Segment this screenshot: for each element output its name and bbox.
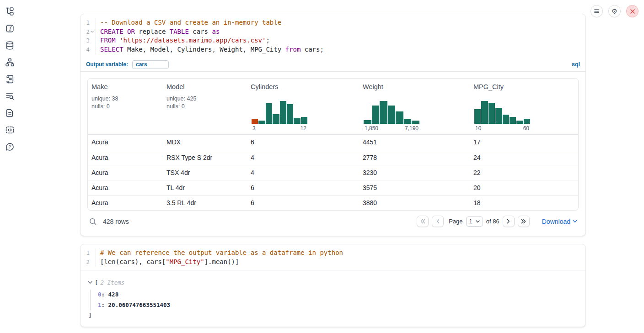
document-icon — [5, 108, 15, 118]
column-header-model[interactable]: Modelunique: 425nulls: 0 — [163, 79, 247, 134]
chevrons-left-icon — [420, 219, 426, 224]
function-icon: f — [5, 24, 15, 33]
list-search-icon — [5, 91, 15, 101]
histogram-bar — [273, 114, 279, 124]
sql-editor[interactable]: 1-- Download a CSV and create an in-memo… — [80, 14, 585, 58]
column-name: Cylinders — [251, 83, 355, 90]
code-line: 4SELECT Make, Model, Cylinders, Weight, … — [80, 45, 585, 54]
code-line: 1-- Download a CSV and create an in-memo… — [80, 18, 585, 27]
last-page-button[interactable] — [518, 216, 530, 227]
line-number: 1 — [86, 18, 90, 27]
table-footer: 428 rows Page 1 of 86 — [87, 215, 579, 228]
output-variable-input[interactable] — [132, 60, 169, 69]
token: cars; — [301, 46, 324, 53]
histogram-bar — [364, 120, 371, 124]
table-cell: 2778 — [359, 154, 470, 161]
page-select[interactable]: 1 — [466, 217, 483, 227]
table-cell: 3880 — [359, 199, 470, 206]
code-text: CREATE OR replace TABLE cars as — [96, 27, 220, 37]
language-badge[interactable]: sql — [572, 61, 580, 68]
histogram-bar — [481, 101, 488, 124]
first-page-button[interactable] — [417, 216, 429, 227]
tree-root[interactable]: [ 2 Items — [88, 279, 578, 286]
settings-button[interactable]: ⚙ — [608, 5, 621, 17]
fold-chevron-icon[interactable] — [90, 30, 95, 34]
sidebar-item-file-explorer[interactable] — [5, 6, 15, 16]
sidebar-item-scratchpad[interactable] — [5, 74, 15, 84]
histogram-bar — [495, 108, 502, 124]
column-stat: nulls: 0 — [166, 103, 243, 110]
code-text: SELECT Make, Model, Cylinders, Weight, M… — [96, 45, 324, 54]
column-header-make[interactable]: Makeunique: 38nulls: 0 — [88, 79, 163, 134]
close-button[interactable] — [626, 5, 639, 17]
code-text: FROM 'https://datasets.marimo.app/cars.c… — [96, 36, 270, 45]
table-row[interactable]: AcuraMDX6445117 — [88, 135, 578, 150]
menu-button[interactable] — [590, 5, 603, 17]
python-cell: 1# We can reference the output variable … — [80, 244, 586, 327]
next-page-button[interactable] — [503, 216, 515, 227]
download-label: Download — [542, 218, 570, 225]
column-header-mpg_city[interactable]: MPG_City1060 — [470, 79, 578, 134]
sidebar-item-datasources[interactable] — [5, 40, 15, 50]
page-select-value: 1 — [469, 218, 472, 225]
python-editor[interactable]: 1# We can reference the output variable … — [80, 244, 585, 270]
table-body: AcuraMDX6445117AcuraRSX Type S 2dr427782… — [88, 135, 578, 210]
table-cell: 6 — [247, 138, 359, 146]
histogram-bars — [364, 101, 419, 124]
search-icon — [89, 217, 97, 226]
prev-page-button[interactable] — [432, 216, 444, 227]
table-row[interactable]: AcuraRSX Type S 2dr4277824 — [88, 150, 578, 165]
gear-icon: ⚙ — [612, 7, 617, 16]
histogram-bar — [287, 104, 293, 124]
column-header-cylinders[interactable]: Cylinders312 — [247, 79, 359, 134]
table-row[interactable]: AcuraTSX 4dr4323022 — [88, 165, 578, 180]
token — [123, 28, 127, 35]
histogram-bar — [524, 119, 530, 124]
line-number: 2 — [86, 27, 90, 37]
code-text: [len(cars), cars["MPG_City"].mean()] — [96, 258, 239, 267]
network-icon — [5, 58, 15, 67]
table-row[interactable]: Acura3.5 RL 4dr6388018 — [88, 195, 578, 210]
token: as — [212, 28, 220, 35]
code-line: 2[len(cars), cars["MPG_City"].mean()] — [80, 258, 585, 267]
sidebar-item-dependency-graph[interactable] — [5, 57, 15, 67]
sidebar-item-functions[interactable]: f — [5, 23, 15, 33]
column-name: Model — [166, 83, 243, 90]
histogram-bar — [396, 111, 403, 124]
axis-min-label: 10 — [475, 125, 481, 132]
table-cell: Acura — [88, 138, 163, 146]
table-cell: 6 — [247, 184, 359, 191]
histogram-bar — [488, 103, 495, 124]
code-snippets-icon — [5, 125, 15, 135]
token: # We can reference the output variable a… — [100, 249, 343, 256]
page-label: Page — [449, 218, 462, 225]
download-button[interactable]: Download — [542, 218, 577, 225]
code-text: # We can reference the output variable a… — [96, 248, 343, 258]
search-button[interactable] — [89, 217, 97, 226]
entry-key: 1 — [98, 301, 102, 308]
token: Make, Model, Cylinders, Weight, MPG_City — [123, 46, 285, 53]
sidebar-item-snippets[interactable] — [5, 125, 15, 135]
sidebar-item-logs[interactable] — [5, 91, 15, 101]
token: 'https://datasets.marimo.app/cars.csv' — [119, 37, 266, 44]
token: TABLE — [170, 28, 189, 35]
close-icon — [630, 9, 635, 14]
table-cell: 3.5 RL 4dr — [163, 199, 247, 206]
table-cell: 20 — [470, 184, 578, 191]
column-stat: unique: 425 — [166, 95, 243, 102]
sidebar-item-help[interactable]: ? — [5, 142, 15, 152]
histogram-bar — [412, 121, 419, 124]
list-entry: 0: 428 — [98, 290, 578, 300]
column-header-weight[interactable]: Weight1,8507,190 — [359, 79, 470, 134]
chevron-down-icon — [476, 220, 480, 223]
histogram-axis: 1,8507,190 — [364, 125, 419, 132]
histogram-axis: 312 — [252, 125, 307, 132]
table-cell: Acura — [88, 184, 163, 191]
collapse-chevron-icon — [88, 281, 92, 284]
table-row[interactable]: AcuraTL 4dr6357520 — [88, 180, 578, 195]
table-cell: 22 — [470, 169, 578, 176]
code-line: 2CREATE OR replace TABLE cars as — [80, 27, 585, 37]
sidebar-item-documentation[interactable] — [5, 108, 15, 118]
histogram-bars — [252, 101, 307, 124]
table-cell: 3575 — [359, 184, 470, 191]
